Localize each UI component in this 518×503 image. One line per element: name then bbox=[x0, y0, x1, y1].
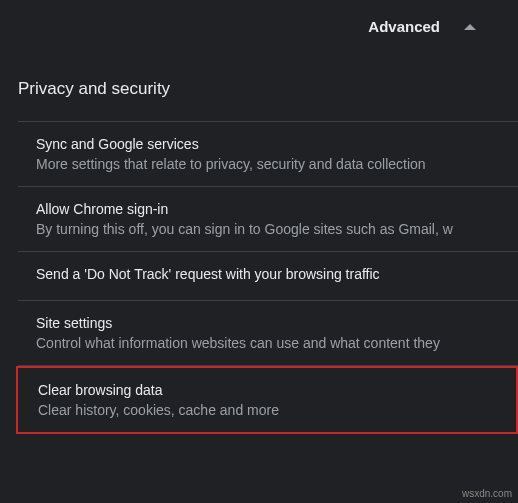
item-title: Site settings bbox=[36, 315, 514, 331]
item-title: Clear browsing data bbox=[38, 382, 512, 398]
chevron-up-icon bbox=[464, 24, 476, 30]
item-title: Send a 'Do Not Track' request with your … bbox=[36, 266, 514, 282]
settings-item-donottrack[interactable]: Send a 'Do Not Track' request with your … bbox=[18, 252, 518, 301]
settings-list: Sync and Google services More settings t… bbox=[18, 121, 518, 434]
settings-item-site[interactable]: Site settings Control what information w… bbox=[18, 301, 518, 366]
watermark: wsxdn.com bbox=[462, 488, 512, 499]
advanced-label: Advanced bbox=[368, 18, 440, 35]
advanced-toggle[interactable]: Advanced bbox=[0, 0, 518, 53]
item-description: By turning this off, you can sign in to … bbox=[36, 221, 514, 237]
item-description: Clear history, cookies, cache and more bbox=[38, 402, 512, 418]
section-title: Privacy and security bbox=[0, 53, 518, 121]
settings-item-signin[interactable]: Allow Chrome sign-in By turning this off… bbox=[18, 187, 518, 252]
item-title: Allow Chrome sign-in bbox=[36, 201, 514, 217]
item-description: Control what information websites can us… bbox=[36, 335, 514, 351]
settings-item-clear-browsing[interactable]: Clear browsing data Clear history, cooki… bbox=[16, 366, 518, 434]
settings-item-sync[interactable]: Sync and Google services More settings t… bbox=[18, 122, 518, 187]
item-description: More settings that relate to privacy, se… bbox=[36, 156, 514, 172]
item-title: Sync and Google services bbox=[36, 136, 514, 152]
